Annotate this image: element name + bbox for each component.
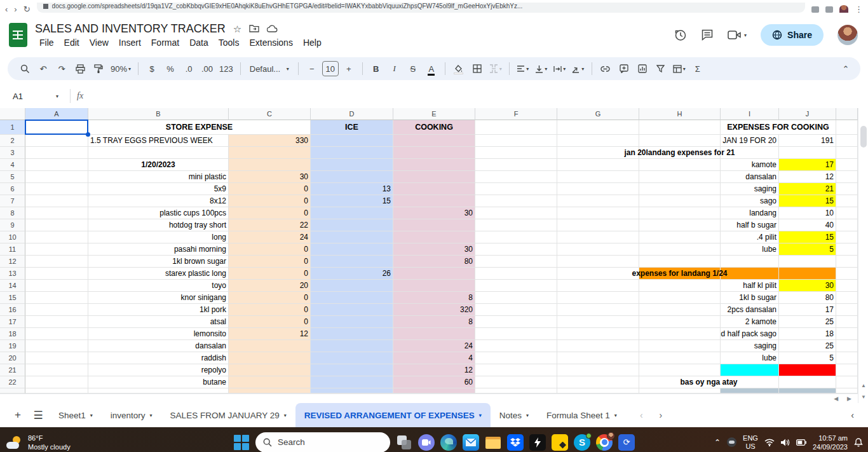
- column-header-A[interactable]: A: [25, 108, 88, 120]
- move-folder-icon[interactable]: [249, 24, 259, 34]
- cell-C21[interactable]: [229, 364, 311, 376]
- cell-A21[interactable]: [25, 364, 88, 376]
- cell-E20[interactable]: 4: [393, 352, 475, 364]
- row-header-4[interactable]: 4: [0, 159, 25, 171]
- cell-H18[interactable]: [639, 328, 721, 340]
- cell-B1-merged[interactable]: STORE EXPENSE: [88, 120, 311, 135]
- cell-J21[interactable]: [779, 364, 836, 376]
- insert-link-icon[interactable]: [597, 60, 614, 77]
- undo-icon[interactable]: ↶: [35, 60, 51, 77]
- cell-D1[interactable]: ICE: [311, 120, 393, 135]
- cell-B3[interactable]: [88, 147, 229, 159]
- cell-G16[interactable]: [557, 304, 639, 316]
- cell-partial-5[interactable]: [836, 171, 858, 183]
- text-rotation-button[interactable]: ▾: [570, 60, 587, 77]
- cell-E11[interactable]: 30: [393, 243, 475, 256]
- cell-I15[interactable]: 1kl b sugar: [721, 292, 779, 304]
- cell-H16[interactable]: [639, 304, 721, 316]
- back-icon[interactable]: ‹: [5, 6, 8, 13]
- cell-G10[interactable]: [557, 231, 639, 243]
- cell-partial-13[interactable]: [836, 268, 858, 280]
- cell-I19[interactable]: saging: [721, 340, 779, 352]
- strikethrough-button[interactable]: S: [405, 60, 421, 77]
- side-panel-collapse-icon[interactable]: ‹: [851, 410, 854, 420]
- cell-F15[interactable]: [475, 292, 557, 304]
- cell-J7[interactable]: 15: [779, 195, 836, 207]
- more-formats-button[interactable]: 123: [217, 60, 235, 77]
- cell-partial-14[interactable]: [836, 280, 858, 292]
- cell-F14[interactable]: [475, 280, 557, 292]
- scroll-left-icon[interactable]: ◀: [834, 395, 838, 402]
- cell-partial-20[interactable]: [836, 352, 858, 364]
- column-header-D[interactable]: D: [311, 108, 393, 120]
- cell-D22[interactable]: [311, 376, 393, 388]
- cell-J2[interactable]: 191: [779, 135, 836, 147]
- row-header-1[interactable]: 1: [0, 120, 25, 135]
- cell-I18[interactable]: 1 and half pack sago: [721, 328, 779, 340]
- cell-D12[interactable]: [311, 256, 393, 268]
- decrease-font-size-button[interactable]: −: [304, 60, 320, 77]
- cell-A3[interactable]: [25, 147, 88, 159]
- sheet-tab-menu-icon[interactable]: ▾: [284, 413, 287, 418]
- all-sheets-icon[interactable]: ☰: [29, 406, 47, 424]
- column-header-F[interactable]: F: [475, 108, 557, 120]
- cell-B10[interactable]: long: [88, 231, 229, 243]
- site-info-icon[interactable]: [43, 4, 48, 9]
- cell-E7[interactable]: [393, 195, 475, 207]
- cell-B17[interactable]: atsal: [88, 316, 229, 328]
- cell-I20[interactable]: lube: [721, 352, 779, 364]
- cell-partial-11[interactable]: [836, 243, 858, 256]
- cell-H21[interactable]: [639, 364, 721, 376]
- cell-G19[interactable]: [557, 340, 639, 352]
- sheet-tab-sheet1[interactable]: Sheet1▾: [50, 403, 102, 427]
- skype-icon[interactable]: S: [574, 434, 590, 451]
- vertical-scrollbar[interactable]: ▲ ▼: [858, 108, 868, 403]
- cell-G6[interactable]: [557, 183, 639, 195]
- cell-C7[interactable]: 0: [229, 195, 311, 207]
- column-header-J[interactable]: J: [779, 108, 836, 120]
- cell-G11[interactable]: [557, 243, 639, 256]
- clock-widget[interactable]: 10:57 am24/09/2023: [813, 434, 848, 451]
- task-view-icon[interactable]: [396, 434, 412, 451]
- sheet-tab-formula-sheet-1[interactable]: Formula Sheet 1▾: [538, 403, 626, 427]
- menu-tools[interactable]: Tools: [214, 37, 244, 48]
- cell-F13[interactable]: [475, 268, 557, 280]
- cell-J23[interactable]: [779, 388, 836, 394]
- cell-G14[interactable]: [557, 280, 639, 292]
- row-header-8[interactable]: 8: [0, 207, 25, 219]
- cell-G22[interactable]: [557, 376, 639, 388]
- cell-I2[interactable]: JAN 19 FOR 20: [721, 135, 779, 147]
- version-history-icon[interactable]: [674, 29, 687, 42]
- sheet-tab-menu-icon[interactable]: ▾: [479, 413, 482, 418]
- cell-H23[interactable]: [639, 388, 721, 394]
- cell-G9[interactable]: [557, 219, 639, 231]
- functions-button[interactable]: Σ: [689, 60, 706, 77]
- chat-icon[interactable]: [418, 434, 435, 451]
- cell-H9[interactable]: [639, 219, 721, 231]
- cell-F6[interactable]: [475, 183, 557, 195]
- reload-icon[interactable]: ↻: [24, 6, 31, 13]
- onedrive-icon[interactable]: [727, 437, 736, 447]
- cell-D21[interactable]: [311, 364, 393, 376]
- cell-A12[interactable]: [25, 256, 88, 268]
- row-header-17[interactable]: 17: [0, 316, 25, 328]
- cell-D14[interactable]: [311, 280, 393, 292]
- cell-J15[interactable]: 80: [779, 292, 836, 304]
- cell-E6[interactable]: [393, 183, 475, 195]
- row-header-10[interactable]: 10: [0, 231, 25, 243]
- sheet-tab-revised-arrangement-of-expenses[interactable]: REVISED ARRANGEMENT OF EXPENSES▾: [295, 403, 491, 427]
- cell-partial-2[interactable]: [836, 135, 858, 147]
- cell-C5[interactable]: 30: [229, 171, 311, 183]
- wifi-icon[interactable]: [764, 439, 775, 446]
- cell-B14[interactable]: toyo: [88, 280, 229, 292]
- cell-F11[interactable]: [475, 243, 557, 256]
- cell-J10[interactable]: 15: [779, 231, 836, 243]
- cell-H5[interactable]: [639, 171, 721, 183]
- column-header-G[interactable]: G: [557, 108, 639, 120]
- cell-A11[interactable]: [25, 243, 88, 256]
- cell-H19[interactable]: [639, 340, 721, 352]
- chrome-icon[interactable]: [596, 434, 613, 451]
- cell-C6[interactable]: 0: [229, 183, 311, 195]
- cell-F21[interactable]: [475, 364, 557, 376]
- row-header-22[interactable]: 22: [0, 376, 25, 388]
